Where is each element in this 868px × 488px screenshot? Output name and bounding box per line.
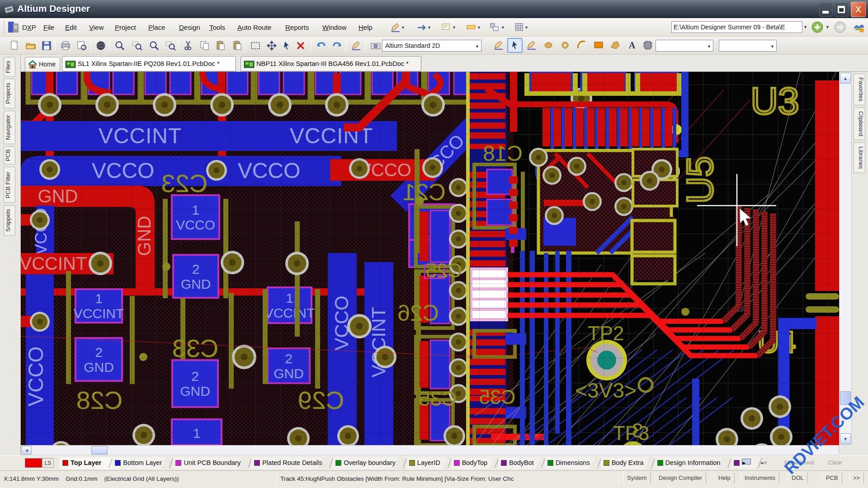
svg-text:A: A bbox=[629, 40, 636, 50]
